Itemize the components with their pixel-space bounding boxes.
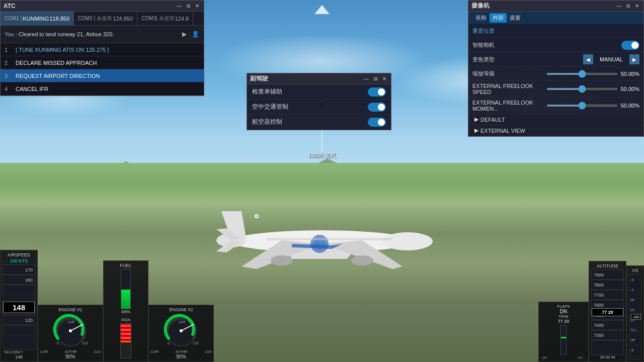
svg-rect-17 bbox=[267, 238, 392, 240]
camera-freelook-moment-row: EXTERNAL FREELOOK MOMEN... 50.00% bbox=[468, 98, 643, 114]
atc-restore-button[interactable]: ⧉ bbox=[185, 3, 192, 10]
com1-label: COM1 | bbox=[5, 16, 22, 21]
menu-item-3-num: 3 bbox=[5, 73, 13, 79]
camera-preset-tabs: 座舱 外部 摄窗 bbox=[468, 12, 643, 24]
camera-zoom-type-label: 变焦类型 bbox=[472, 56, 580, 63]
com3-status: 未使用 bbox=[159, 15, 174, 22]
camera-zoom-type-next[interactable]: ▶ bbox=[629, 54, 639, 64]
waypoint-distance: 13000 英尺 bbox=[308, 152, 336, 159]
camera-freelook-speed-slider[interactable] bbox=[546, 88, 617, 90]
copilot-aircraft-row: 航空器控制 bbox=[247, 115, 391, 130]
nav-arrow-top bbox=[312, 5, 332, 17]
atc-title: ATC bbox=[4, 3, 16, 10]
copilot-titlebar: 副驾驶 — ⧉ ✕ bbox=[247, 73, 391, 84]
camera-window-controls: — ⧉ ✕ bbox=[615, 3, 640, 10]
copilot-title: 副驾驶 bbox=[250, 74, 268, 83]
copilot-checklist-row: 检查单辅助 bbox=[247, 84, 391, 100]
com1-station: KUNMING bbox=[23, 16, 49, 22]
camera-tab-external[interactable]: 外部 bbox=[490, 13, 507, 23]
copilot-atc-label: 空中交通管制 bbox=[252, 103, 288, 111]
atc-window: ATC — ⧉ ✕ COM1 | KUNMING 118.850 COM2 | … bbox=[0, 0, 204, 96]
camera-zoom-level-slider[interactable] bbox=[546, 73, 617, 75]
copilot-checklist-toggle[interactable] bbox=[368, 87, 386, 97]
com1-tab[interactable]: COM1 | KUNMING 118.850 bbox=[1, 12, 74, 25]
camera-freelook-speed-row: EXTERNAL FREELOOK SPEED 50.00% bbox=[468, 81, 643, 98]
atc-window-controls: — ⧉ ✕ bbox=[176, 3, 201, 10]
camera-minimize-button[interactable]: — bbox=[615, 3, 622, 10]
atc-close-button[interactable]: ✕ bbox=[194, 3, 201, 10]
com3-tab[interactable]: COM3| 未使用 124.8 bbox=[137, 12, 193, 25]
external-view-section-label: EXTERNAL VIEW bbox=[480, 128, 525, 134]
camera-default-section[interactable]: ▶ DEFAULT bbox=[468, 114, 643, 125]
copilot-window: 副驾驶 — ⧉ ✕ 检查单辅助 空中交通管制 航空器控制 bbox=[247, 73, 391, 130]
menu-item-4-num: 4 bbox=[5, 86, 13, 92]
play-icon[interactable]: ▶ bbox=[180, 30, 189, 39]
atc-minimize-button[interactable]: — bbox=[176, 3, 183, 10]
camera-freelook-speed-label: EXTERNAL FREELOOK SPEED bbox=[472, 83, 543, 95]
com2-status: 未使用 bbox=[97, 15, 112, 22]
camera-zoom-level-pct: 50.00% bbox=[621, 71, 639, 77]
atc-message-bar: You : Cleared to land runway 21, Airbus … bbox=[1, 26, 204, 43]
default-chevron-icon: ▶ bbox=[474, 116, 478, 123]
camera-titlebar: 摄像机 — ⧉ ✕ bbox=[468, 1, 643, 12]
com2-tab[interactable]: COM2 | 未使用 124.850 bbox=[74, 12, 137, 25]
menu-item-1-text: [ TUNE KUNMING ATIS ON 126.275 ] bbox=[16, 47, 109, 53]
svg-point-12 bbox=[351, 255, 373, 265]
copilot-aircraft-label: 航空器控制 bbox=[252, 118, 282, 126]
com3-freq: 124.8 bbox=[175, 16, 189, 22]
copilot-window-controls: — ⧉ ✕ bbox=[363, 75, 388, 82]
default-section-label: DEFAULT bbox=[480, 117, 505, 123]
atc-message-text: You : Cleared to land runway 21, Airbus … bbox=[5, 31, 177, 37]
copilot-minimize-button[interactable]: — bbox=[363, 75, 370, 82]
menu-item-2-text: DECLARE MISSED APPROACH bbox=[16, 60, 97, 66]
camera-external-view-section[interactable]: ▶ EXTERNAL VIEW bbox=[468, 125, 643, 136]
com2-freq: 124.850 bbox=[113, 16, 133, 22]
camera-smart-row: 智能相机 bbox=[468, 38, 643, 52]
svg-point-11 bbox=[271, 255, 293, 265]
camera-reset-row: 重置位置 bbox=[468, 24, 643, 38]
camera-reset-label: 重置位置 bbox=[472, 27, 639, 35]
user-icon[interactable]: 👤 bbox=[191, 30, 200, 39]
atc-menu-item-4[interactable]: 4 CANCEL IFR bbox=[1, 82, 204, 96]
svg-point-4 bbox=[382, 232, 433, 250]
atc-menu-item-3[interactable]: 3 REQUEST AIRPORT DIRECTION bbox=[1, 69, 204, 82]
atc-menu-item-2[interactable]: 2 DECLARE MISSED APPROACH bbox=[1, 56, 204, 69]
com3-label: COM3| bbox=[141, 16, 157, 21]
camera-title: 摄像机 bbox=[471, 2, 490, 10]
camera-zoom-level-label: 缩放等级 bbox=[472, 70, 543, 77]
copilot-checklist-label: 检查单辅助 bbox=[252, 87, 282, 96]
camera-freelook-moment-slider[interactable] bbox=[546, 105, 617, 107]
camera-restore-button[interactable]: ⧉ bbox=[624, 3, 631, 10]
camera-freelook-moment-label: EXTERNAL FREELOOK MOMEN... bbox=[472, 100, 543, 112]
atc-menu-item-1[interactable]: 1 [ TUNE KUNMING ATIS ON 126.275 ] bbox=[1, 43, 204, 56]
copilot-restore-button[interactable]: ⧉ bbox=[372, 75, 379, 82]
camera-tab-cockpit[interactable]: 座舱 bbox=[472, 13, 490, 23]
svg-marker-2 bbox=[314, 5, 330, 14]
atc-menu: 1 [ TUNE KUNMING ATIS ON 126.275 ] 2 DEC… bbox=[1, 43, 204, 96]
camera-zoom-type-prev[interactable]: ◀ bbox=[583, 54, 593, 64]
camera-smart-label: 智能相机 bbox=[472, 41, 618, 49]
camera-window: 摄像机 — ⧉ ✕ 座舱 外部 摄窗 重置位置 智能相机 变焦类型 ◀ MANU… bbox=[468, 0, 644, 137]
message-content: : Cleared to land runway 21, Airbus 320. bbox=[16, 31, 114, 37]
camera-freelook-speed-pct: 50.00% bbox=[621, 86, 639, 92]
menu-item-2-num: 2 bbox=[5, 60, 13, 66]
copilot-close-button[interactable]: ✕ bbox=[381, 75, 388, 82]
copilot-atc-toggle[interactable] bbox=[368, 103, 386, 112]
airplane-model bbox=[191, 186, 453, 297]
external-view-chevron-icon: ▶ bbox=[474, 127, 478, 134]
camera-close-button[interactable]: ✕ bbox=[633, 3, 640, 10]
menu-item-4-text: CANCEL IFR bbox=[16, 86, 48, 92]
copilot-atc-row: 空中交通管制 bbox=[247, 100, 391, 115]
camera-freelook-moment-pct: 50.00% bbox=[621, 103, 639, 109]
camera-zoom-type-value: MANUAL bbox=[596, 56, 626, 62]
menu-item-1-num: 1 bbox=[5, 47, 13, 53]
menu-item-3-text: REQUEST AIRPORT DIRECTION bbox=[16, 73, 100, 79]
camera-tab-window[interactable]: 摄窗 bbox=[507, 13, 524, 23]
com1-freq: 118.850 bbox=[49, 16, 69, 22]
atc-titlebar: ATC — ⧉ ✕ bbox=[1, 1, 204, 12]
camera-zoom-type-row: 变焦类型 ◀ MANUAL ▶ bbox=[468, 52, 643, 67]
camera-smart-toggle[interactable] bbox=[621, 41, 639, 50]
copilot-aircraft-toggle[interactable] bbox=[368, 118, 386, 127]
camera-zoom-level-row: 缩放等级 50.00% bbox=[468, 67, 643, 81]
com2-label: COM2 | bbox=[78, 16, 95, 21]
